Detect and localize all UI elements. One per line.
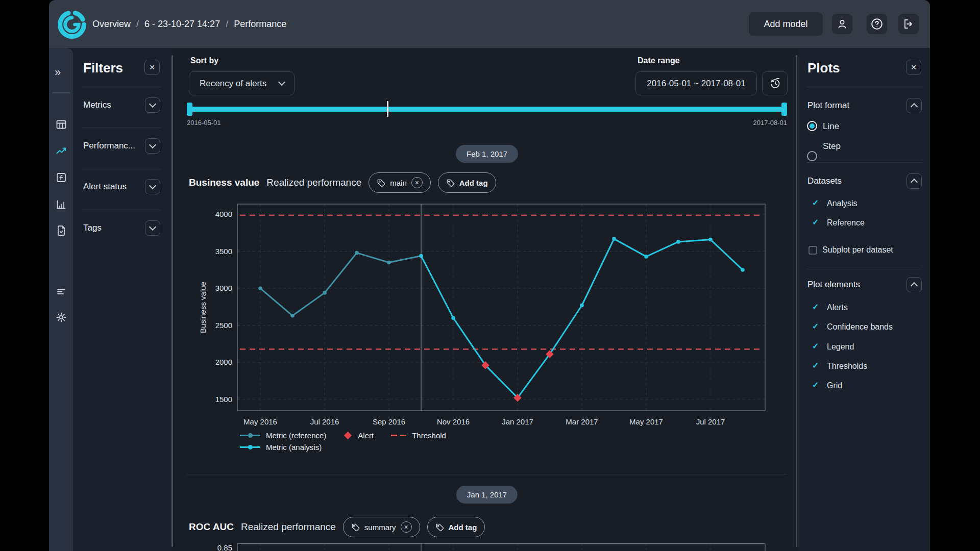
chart-subtitle: Realized performance xyxy=(241,521,336,533)
chevron-up-icon xyxy=(911,179,918,186)
filters-close-button[interactable]: ✕ xyxy=(144,60,160,75)
gear-icon xyxy=(55,311,67,323)
sort-dropdown[interactable]: Recency of alerts xyxy=(189,71,295,95)
plot-elements-collapse-button[interactable] xyxy=(906,277,922,292)
svg-text:Jul 2017: Jul 2017 xyxy=(696,417,725,426)
date-range-input[interactable]: 2016-05-01 ~ 2017-08-01 xyxy=(635,71,757,95)
breadcrumb-page[interactable]: Performance xyxy=(234,19,286,30)
check-icon: ✓ xyxy=(812,342,819,350)
chevron-up-icon xyxy=(911,103,918,110)
metrics-expand-button[interactable] xyxy=(145,97,160,113)
app-logo[interactable] xyxy=(57,10,87,39)
legend-label: Alert xyxy=(358,431,374,440)
business-value-chart-svg: 400035003000250020001500May 2016Jul 2016… xyxy=(187,202,789,444)
svg-text:Business value: Business value xyxy=(199,282,207,333)
plot-format-collapse-button[interactable] xyxy=(906,98,922,113)
sidebar-item-filters[interactable] xyxy=(55,285,67,297)
svg-text:May 2016: May 2016 xyxy=(243,417,277,426)
add-tag-button[interactable]: Add tag xyxy=(427,517,485,537)
breadcrumb-model[interactable]: 6 - 23-10-27 14:27 xyxy=(144,19,220,30)
section-divider xyxy=(187,474,787,474)
plot-element-alerts[interactable]: Alerts xyxy=(827,303,848,312)
radio-step[interactable] xyxy=(807,151,817,161)
tag-icon xyxy=(377,179,385,187)
plot-element-grid[interactable]: Grid xyxy=(827,381,842,390)
breadcrumb-separator: / xyxy=(136,19,139,30)
legend-item-alert: Alert xyxy=(344,431,374,440)
svg-text:3500: 3500 xyxy=(215,247,232,256)
radio-line-label[interactable]: Line xyxy=(823,121,839,132)
plot-element-thresholds[interactable]: Thresholds xyxy=(827,362,867,371)
breadcrumb-overview[interactable]: Overview xyxy=(92,19,131,30)
expand-sidebar-button[interactable]: » xyxy=(55,67,61,78)
plots-divider xyxy=(806,87,922,87)
plot-elements-label: Plot elements xyxy=(807,280,860,290)
filters-title: Filters xyxy=(83,60,123,76)
svg-text:1500: 1500 xyxy=(215,395,232,404)
document-check-icon xyxy=(55,224,67,237)
chevron-down-icon xyxy=(278,79,285,86)
sidebar-item-settings[interactable] xyxy=(55,311,67,323)
svg-text:Jan 2017: Jan 2017 xyxy=(502,417,533,426)
tag-chip-main[interactable]: main ✕ xyxy=(369,172,431,193)
tags-expand-button[interactable] xyxy=(145,220,160,236)
logout-icon xyxy=(902,18,915,30)
date-slider-track[interactable] xyxy=(187,107,787,112)
add-tag-button[interactable]: Add tag xyxy=(438,172,496,193)
remove-tag-button[interactable]: ✕ xyxy=(411,177,423,188)
plots-close-button[interactable]: ✕ xyxy=(906,60,921,75)
slider-start-label: 2016-05-01 xyxy=(187,119,221,127)
plot-element-legend[interactable]: Legend xyxy=(827,342,854,352)
legend-label: Threshold xyxy=(412,431,446,440)
radio-step-label[interactable]: Step xyxy=(823,141,841,152)
user-icon xyxy=(836,18,848,30)
close-icon: ✕ xyxy=(404,524,408,531)
check-icon: ✓ xyxy=(812,303,819,311)
datasets-collapse-button[interactable] xyxy=(906,173,922,189)
sidebar-item-reports[interactable] xyxy=(55,224,67,237)
performance-expand-button[interactable] xyxy=(145,138,160,154)
radio-line[interactable] xyxy=(807,121,817,131)
reference-line-swatch xyxy=(240,435,260,436)
date-range-reset-button[interactable] xyxy=(762,71,788,95)
slider-handle-start[interactable] xyxy=(187,103,192,116)
dataset-analysis[interactable]: Analysis xyxy=(827,199,857,208)
check-icon: ✓ xyxy=(812,218,819,227)
roc-auc-chart-svg: 0.85 xyxy=(187,542,789,551)
sidebar-divider xyxy=(53,92,70,93)
user-button[interactable] xyxy=(832,14,852,34)
filter-section-alert-status: Alert status xyxy=(83,182,127,192)
sidebar-item-model-overview[interactable] xyxy=(55,118,67,131)
add-tag-label: Add tag xyxy=(459,179,488,187)
date-pill: Feb 1, 2017 xyxy=(456,145,518,163)
svg-text:Nov 2016: Nov 2016 xyxy=(437,417,470,426)
threshold-dash-swatch xyxy=(391,435,406,436)
header-bar: Overview / 6 - 23-10-27 14:27 / Performa… xyxy=(49,0,930,48)
filters-divider xyxy=(82,128,161,128)
analysis-line-swatch xyxy=(240,446,260,448)
subplot-per-dataset-label[interactable]: Subplot per dataset xyxy=(822,245,893,255)
dataset-reference[interactable]: Reference xyxy=(827,218,865,228)
add-model-button[interactable]: Add model xyxy=(749,12,823,36)
svg-text:May 2017: May 2017 xyxy=(629,417,663,426)
svg-text:2000: 2000 xyxy=(215,358,232,366)
help-button[interactable] xyxy=(867,14,887,34)
plots-title: Plots xyxy=(807,60,840,76)
logout-button[interactable] xyxy=(898,14,919,34)
plot-element-confidence-bands[interactable]: Confidence bands xyxy=(827,322,893,332)
alert-status-expand-button[interactable] xyxy=(145,179,160,194)
datasets-label: Datasets xyxy=(807,176,842,186)
sidebar-item-statistics[interactable] xyxy=(55,198,67,211)
check-icon: ✓ xyxy=(812,362,819,370)
date-pill: Jan 1, 2017 xyxy=(456,486,518,504)
sidebar-item-custom-metrics[interactable] xyxy=(55,171,67,184)
slider-handle-end[interactable] xyxy=(781,103,787,116)
main-scrollbar[interactable] xyxy=(796,55,797,547)
slider-cursor[interactable] xyxy=(387,101,388,117)
sidebar-item-performance[interactable] xyxy=(55,145,67,157)
subplot-per-dataset-checkbox[interactable] xyxy=(808,246,817,255)
filters-main-divider[interactable] xyxy=(172,55,173,547)
tag-chip-summary[interactable]: summary ✕ xyxy=(343,517,420,537)
remove-tag-button[interactable]: ✕ xyxy=(401,521,412,533)
chevron-down-icon xyxy=(149,182,156,189)
